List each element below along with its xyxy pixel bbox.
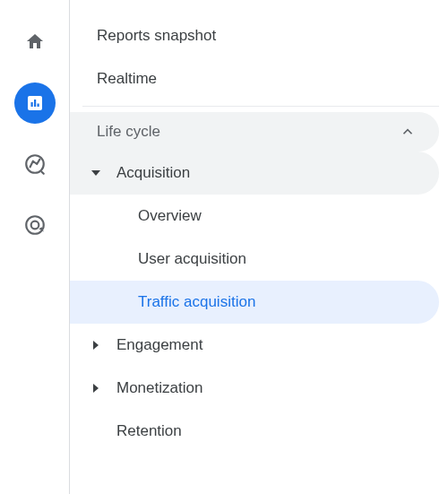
- nav-item-label: Reports snapshot: [97, 27, 216, 45]
- nav-sub-overview[interactable]: Overview: [70, 195, 439, 238]
- nav-group-engagement[interactable]: Engagement: [70, 324, 439, 367]
- nav-group-acquisition[interactable]: Acquisition: [70, 152, 439, 195]
- svg-point-4: [26, 155, 44, 173]
- icon-rail: [0, 0, 70, 494]
- caret-down-icon: [91, 169, 116, 178]
- svg-rect-2: [34, 100, 36, 107]
- explore-icon: [23, 152, 47, 176]
- nav-sub-traffic-acquisition[interactable]: Traffic acquisition: [70, 281, 439, 324]
- nav-section-label: Life cycle: [97, 123, 160, 141]
- nav-group-retention[interactable]: Retention: [70, 410, 439, 453]
- svg-rect-1: [30, 102, 32, 107]
- nav-group-label: Engagement: [116, 336, 202, 354]
- nav-group-label: Monetization: [116, 379, 202, 397]
- nav-sub-user-acquisition[interactable]: User acquisition: [70, 238, 439, 281]
- reports-icon: [24, 92, 46, 114]
- advertising-icon: [23, 213, 47, 237]
- svg-point-6: [30, 221, 39, 230]
- nav-item-label: Realtime: [97, 70, 157, 88]
- nav-sub-label: Overview: [138, 207, 202, 225]
- nav-realtime[interactable]: Realtime: [70, 57, 439, 100]
- nav-reports-snapshot[interactable]: Reports snapshot: [70, 14, 439, 57]
- svg-point-5: [26, 216, 44, 234]
- svg-rect-3: [37, 104, 39, 108]
- caret-right-icon: [91, 341, 116, 350]
- rail-advertising-icon[interactable]: [14, 204, 56, 246]
- rail-reports-icon[interactable]: [14, 82, 56, 124]
- nav-divider: [82, 106, 439, 107]
- rail-explore-icon[interactable]: [14, 143, 56, 185]
- chevron-up-icon: [400, 124, 416, 140]
- home-icon: [24, 31, 46, 53]
- rail-home-icon[interactable]: [14, 22, 56, 63]
- nav-sub-label: Traffic acquisition: [138, 293, 255, 311]
- nav-group-label: Retention: [116, 422, 182, 440]
- nav-section-life-cycle[interactable]: Life cycle: [70, 112, 439, 152]
- side-panel: Reports snapshot Realtime Life cycle Acq…: [70, 0, 448, 494]
- caret-right-icon: [91, 384, 116, 393]
- nav-group-label: Acquisition: [116, 164, 190, 182]
- nav-group-monetization[interactable]: Monetization: [70, 367, 439, 410]
- nav-sub-label: User acquisition: [138, 250, 246, 268]
